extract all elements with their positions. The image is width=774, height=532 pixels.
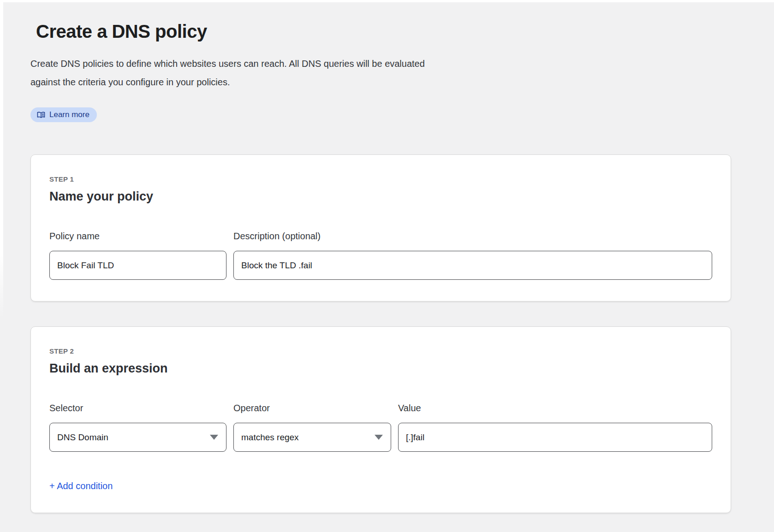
step-1-form-row: Policy name Description (optional) (49, 231, 712, 280)
window-edge-top (0, 0, 774, 2)
operator-dropdown-value: matches regex (241, 432, 299, 443)
create-dns-policy-page: Create a DNS policy Create DNS policies … (0, 20, 774, 513)
value-label: Value (398, 402, 712, 414)
description-label: Description (optional) (233, 231, 712, 242)
policy-name-field: Policy name (49, 231, 226, 280)
step-1-label: STEP 1 (49, 175, 712, 183)
page-title: Create a DNS policy (36, 20, 731, 42)
step-2-label: STEP 2 (49, 347, 712, 355)
operator-field: Operator matches regex (233, 402, 391, 452)
selector-dropdown[interactable]: DNS Domain (49, 423, 226, 452)
description-input[interactable] (233, 251, 712, 280)
chevron-down-icon (210, 435, 218, 440)
book-open-icon (37, 112, 45, 118)
value-field: Value (398, 402, 712, 452)
selector-dropdown-value: DNS Domain (57, 432, 108, 443)
step-2-form-row: Selector DNS Domain Operator matches reg… (49, 402, 712, 452)
description-field: Description (optional) (233, 231, 712, 280)
step-1-heading: Name your policy (49, 189, 712, 204)
operator-label: Operator (233, 402, 391, 414)
operator-dropdown[interactable]: matches regex (233, 423, 391, 452)
learn-more-label: Learn more (49, 110, 89, 119)
learn-more-button[interactable]: Learn more (30, 107, 97, 122)
add-condition-link[interactable]: + Add condition (49, 480, 113, 491)
policy-name-input[interactable] (49, 251, 226, 280)
step-2-heading: Build an expression (49, 361, 712, 376)
selector-label: Selector (49, 402, 226, 414)
step-1-card: STEP 1 Name your policy Policy name Desc… (30, 154, 731, 301)
step-2-card: STEP 2 Build an expression Selector DNS … (30, 326, 731, 513)
policy-name-label: Policy name (49, 231, 226, 242)
page-description: Create DNS policies to define which webs… (30, 54, 448, 91)
chevron-down-icon (375, 435, 383, 440)
value-input[interactable] (398, 423, 712, 452)
selector-field: Selector DNS Domain (49, 402, 226, 452)
